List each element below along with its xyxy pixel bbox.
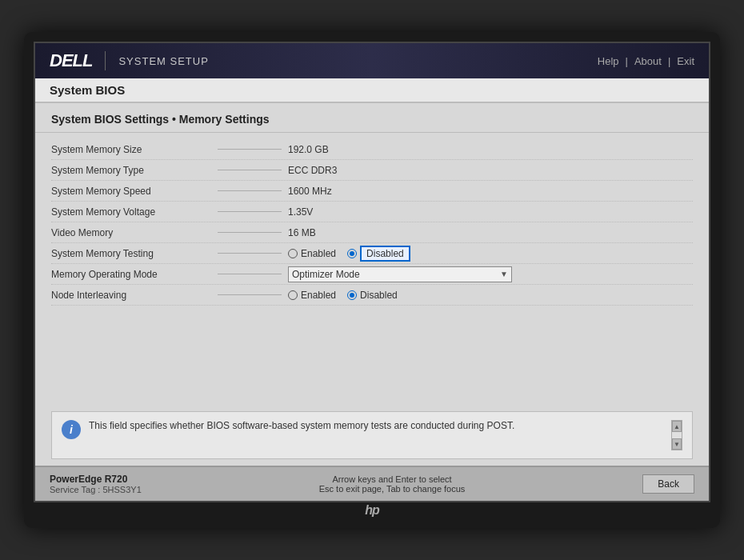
row-separator [218, 190, 282, 191]
nav-separator-2: | [668, 55, 670, 67]
monitor: DELL SYSTEM SETUP Help | About | Exit Sy… [24, 32, 720, 528]
table-row: Node Interleaving Enabled Disabled [51, 285, 693, 306]
radio-enabled-label: Enabled [301, 248, 336, 259]
radio-node-disabled-label: Disabled [360, 290, 398, 301]
info-text: This field specifies whether BIOS softwa… [89, 420, 663, 431]
memory-testing-radio-group: Enabled Disabled [288, 246, 410, 262]
node-interleaving-radio-group: Enabled Disabled [288, 290, 398, 301]
dell-logo: DELL [50, 50, 92, 71]
setting-value-operating-mode: Optimizer Mode ▼ [288, 266, 693, 282]
settings-title: System BIOS Settings • Memory Settings [35, 103, 709, 133]
setting-value-video-memory: 16 MB [288, 227, 693, 238]
radio-enabled[interactable]: Enabled [288, 248, 336, 259]
footer-hints: Arrow keys and Enter to select Esc to ex… [319, 474, 466, 494]
about-link[interactable]: About [634, 55, 662, 67]
radio-node-disabled[interactable]: Disabled [347, 290, 398, 301]
table-row: System Memory Voltage 1.35V [51, 202, 693, 222]
row-separator [218, 170, 282, 170]
table-row: System Memory Type ECC DDR3 [51, 160, 693, 181]
setting-value-node-interleaving: Enabled Disabled [288, 290, 693, 301]
radio-node-enabled[interactable]: Enabled [288, 290, 336, 301]
setting-label-memory-voltage: System Memory Voltage [51, 206, 211, 218]
footer-bar: PowerEdge R720 Service Tag : 5HSS3Y1 Arr… [35, 466, 709, 501]
row-separator [218, 274, 282, 274]
bios-title-bar: System BIOS [35, 78, 709, 103]
screen: DELL SYSTEM SETUP Help | About | Exit Sy… [34, 42, 710, 502]
content-area: System BIOS System BIOS Settings • Memor… [35, 78, 709, 466]
table-row: Video Memory 16 MB [51, 222, 693, 243]
header-nav: Help | About | Exit [598, 55, 694, 67]
setting-value-memory-testing: Enabled Disabled [288, 246, 693, 262]
monitor-bottom: hp [365, 502, 379, 518]
radio-enabled-circle[interactable] [288, 249, 298, 258]
radio-node-enabled-circle[interactable] [288, 290, 298, 300]
service-tag-value: 5HSS3Y1 [102, 485, 141, 494]
chevron-down-icon: ▼ [500, 270, 508, 278]
row-separator [218, 294, 282, 295]
nav-separator-1: | [626, 55, 628, 67]
row-separator [218, 253, 282, 254]
bios-title: System BIOS [50, 83, 694, 97]
system-setup-label: SYSTEM SETUP [118, 55, 208, 67]
setting-value-memory-size: 192.0 GB [288, 144, 693, 155]
radio-disabled-circle[interactable] [347, 249, 357, 258]
back-button[interactable]: Back [642, 474, 694, 494]
setting-label-memory-type: System Memory Type [51, 165, 211, 176]
table-row: System Memory Testing Enabled Disa [51, 243, 693, 264]
setting-label-node-interleaving: Node Interleaving [51, 290, 211, 301]
setting-value-memory-speed: 1600 MHz [288, 186, 693, 197]
radio-node-enabled-label: Enabled [301, 290, 336, 301]
hp-logo: hp [365, 503, 379, 518]
info-icon: i [62, 420, 81, 439]
setting-label-memory-testing: System Memory Testing [51, 248, 211, 259]
hint-line-1: Arrow keys and Enter to select [319, 474, 466, 484]
header-left: DELL SYSTEM SETUP [50, 50, 209, 71]
radio-disabled-label: Disabled [360, 246, 410, 262]
info-box: i This field specifies whether BIOS soft… [51, 411, 693, 459]
setting-value-memory-type: ECC DDR3 [288, 165, 693, 176]
header-divider [105, 51, 106, 70]
scrollbar-track [672, 432, 682, 438]
table-row: Memory Operating Mode Optimizer Mode ▼ [51, 264, 693, 285]
setting-label-video-memory: Video Memory [51, 227, 211, 238]
table-row: System Memory Speed 1600 MHz [51, 181, 693, 202]
dropdown-value: Optimizer Mode [292, 269, 360, 280]
hint-line-2: Esc to exit page, Tab to change focus [319, 484, 466, 494]
table-row: System Memory Size 192.0 GB [51, 139, 693, 160]
header-bar: DELL SYSTEM SETUP Help | About | Exit [35, 43, 709, 78]
info-scrollbar[interactable]: ▲ ▼ [671, 420, 682, 450]
radio-disabled[interactable]: Disabled [347, 246, 410, 262]
setting-label-memory-speed: System Memory Speed [51, 186, 211, 197]
row-separator [218, 232, 282, 233]
exit-link[interactable]: Exit [677, 55, 694, 67]
footer-right: Back [642, 474, 694, 494]
row-separator [218, 211, 282, 212]
setting-label-operating-mode: Memory Operating Mode [51, 269, 211, 280]
model-label: PowerEdge R720 [50, 474, 142, 485]
service-tag-label: Service Tag : 5HSS3Y1 [50, 485, 142, 494]
scrollbar-down-button[interactable]: ▼ [672, 438, 682, 450]
settings-table: System Memory Size 192.0 GB System Memor… [35, 133, 709, 405]
setting-label-memory-size: System Memory Size [51, 144, 211, 155]
footer-left: PowerEdge R720 Service Tag : 5HSS3Y1 [50, 474, 142, 494]
memory-operating-mode-dropdown[interactable]: Optimizer Mode ▼ [288, 266, 512, 282]
main-area: System BIOS Settings • Memory Settings S… [35, 103, 709, 466]
setting-value-memory-voltage: 1.35V [288, 206, 693, 218]
row-separator [218, 149, 282, 150]
service-tag-prefix: Service Tag : [50, 485, 102, 494]
scrollbar-up-button[interactable]: ▲ [672, 421, 682, 432]
radio-node-disabled-circle[interactable] [347, 290, 357, 300]
help-link[interactable]: Help [598, 55, 619, 67]
